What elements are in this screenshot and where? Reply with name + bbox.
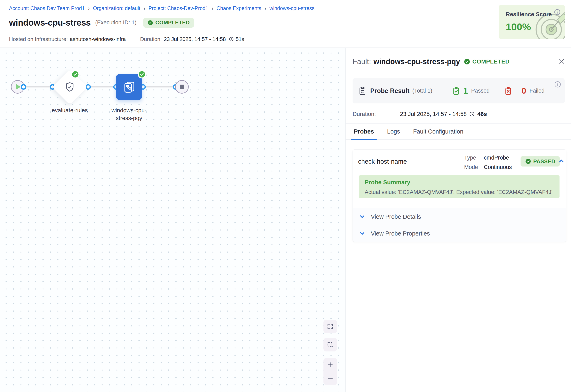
probe-meta: Type cmdProbe Mode Continuous bbox=[464, 153, 512, 172]
check-circle-icon bbox=[148, 20, 153, 26]
play-icon bbox=[16, 84, 21, 90]
clock-icon bbox=[469, 111, 475, 117]
probe-card: check-host-name Type cmdProbe Mode Conti… bbox=[353, 150, 566, 242]
view-probe-properties-toggle[interactable]: View Probe Properties bbox=[353, 225, 566, 242]
zoom-out-button[interactable] bbox=[327, 372, 334, 384]
tab-logs[interactable]: Logs bbox=[386, 124, 401, 140]
marquee-select-button[interactable] bbox=[323, 338, 337, 351]
zoom-out-icon bbox=[327, 375, 334, 382]
page-header: Account: Chaos Dev Team Prod1 › Organiza… bbox=[0, 0, 571, 48]
probe-summary-title: Probe Summary bbox=[365, 179, 554, 186]
duration-elapsed: 46s bbox=[477, 111, 487, 117]
stop-icon bbox=[180, 84, 184, 89]
probe-status-badge: PASSED bbox=[521, 156, 560, 167]
probe-type-label: Type bbox=[464, 153, 482, 162]
fault-name: windows-cpu-stress-pqy bbox=[374, 57, 460, 66]
zoom-in-button[interactable] bbox=[327, 359, 334, 371]
breadcrumb-account-link[interactable]: Account: Chaos Dev Team Prod1 bbox=[9, 5, 85, 11]
info-icon[interactable] bbox=[554, 9, 561, 15]
fault-duration-row: Duration: 23 Jul 2025, 14:57 - 14:58 46s bbox=[353, 111, 487, 117]
failed-count: 0 bbox=[522, 86, 526, 96]
experiment-status-badge: COMPLETED bbox=[143, 18, 194, 28]
breadcrumb-current-link[interactable]: windows-cpu-stress bbox=[270, 5, 315, 11]
clipboard-x-icon bbox=[504, 86, 512, 96]
pipeline-canvas[interactable]: evaluate-rules windows-cpu-stress-pqy bbox=[0, 48, 346, 392]
close-panel-button[interactable] bbox=[557, 57, 566, 65]
pipeline-connector-line bbox=[18, 86, 182, 87]
shield-check-icon bbox=[64, 81, 75, 93]
duration-value: 23 Jul 2025, 14:57 - 14:58 bbox=[164, 36, 226, 42]
chevron-down-icon bbox=[359, 213, 365, 220]
success-check-badge bbox=[138, 70, 146, 78]
fault-status-badge: COMPLETED bbox=[464, 58, 510, 65]
close-icon bbox=[557, 57, 566, 65]
probe-name: check-host-name bbox=[358, 158, 407, 165]
breadcrumb-separator-icon: › bbox=[144, 5, 145, 12]
infra-label: Hosted on Infrastructure: bbox=[9, 36, 68, 42]
breadcrumb: Account: Chaos Dev Team Prod1 › Organiza… bbox=[9, 5, 315, 11]
view-probe-properties-label: View Probe Properties bbox=[371, 230, 430, 237]
probe-status-text: PASSED bbox=[533, 158, 555, 165]
probe-type-value: cmdProbe bbox=[484, 153, 512, 162]
probe-result-title: Probe Result bbox=[370, 87, 409, 95]
breadcrumb-project-link[interactable]: Project: Chaos-Dev-Prod1 bbox=[149, 5, 208, 11]
fullscreen-icon bbox=[327, 323, 334, 330]
view-probe-details-toggle[interactable]: View Probe Details bbox=[353, 208, 566, 225]
probe-summary-text: Actual value: 'EC2AMAZ-QMVAF4J'. Expecte… bbox=[365, 189, 554, 195]
breadcrumb-chaos-experiments-link[interactable]: Chaos Experiments bbox=[217, 5, 261, 11]
clipboard-check-icon bbox=[452, 86, 460, 96]
meta-divider bbox=[133, 36, 133, 42]
fault-node-label: windows-cpu-stress-pqy bbox=[107, 107, 150, 122]
collapse-probe-button[interactable] bbox=[558, 157, 565, 165]
panel-tabs: Probes Logs Fault Configuration bbox=[346, 123, 571, 140]
fault-details-panel: Fault: windows-cpu-stress-pqy COMPLETED bbox=[346, 48, 571, 392]
clock-icon bbox=[229, 36, 234, 42]
breadcrumb-separator-icon: › bbox=[212, 5, 213, 12]
experiment-meta: Hosted on Infrastructure: ashutosh-windo… bbox=[9, 36, 244, 42]
fullscreen-button[interactable] bbox=[323, 320, 337, 333]
page-title: windows-cpu-stress bbox=[9, 18, 91, 28]
probe-result-total: (Total 1) bbox=[412, 88, 432, 94]
resilience-score-card: Resilience Score 100% bbox=[499, 5, 565, 39]
success-check-badge bbox=[71, 70, 79, 78]
probe-card-footer: View Probe Details View Probe Properties bbox=[353, 208, 566, 242]
info-icon[interactable] bbox=[554, 81, 561, 88]
execution-id: (Execution ID: 1) bbox=[95, 19, 136, 26]
duration-elapsed: 51s bbox=[236, 36, 244, 42]
experiment-status-text: COMPLETED bbox=[155, 19, 190, 26]
fault-status-text: COMPLETED bbox=[472, 58, 510, 65]
probe-mode-value: Continuous bbox=[484, 162, 512, 172]
breadcrumb-separator-icon: › bbox=[265, 5, 266, 12]
evaluate-rules-label: evaluate-rules bbox=[39, 107, 101, 114]
marquee-select-icon bbox=[327, 341, 334, 348]
duration-label: Duration: bbox=[353, 111, 400, 117]
breadcrumb-org-link[interactable]: Organization: default bbox=[93, 5, 140, 11]
probe-result-card: Probe Result (Total 1) 1 Passed bbox=[353, 78, 565, 103]
check-circle-icon bbox=[525, 158, 531, 165]
check-circle-icon bbox=[464, 58, 470, 65]
passed-label: Passed bbox=[471, 88, 490, 94]
failed-label: Failed bbox=[529, 88, 544, 94]
resilience-score-label: Resilience Score bbox=[506, 11, 552, 18]
duration-label: Duration: bbox=[140, 36, 162, 42]
chevron-up-icon bbox=[558, 157, 565, 165]
probe-summary: Probe Summary Actual value: 'EC2AMAZ-QMV… bbox=[359, 175, 559, 198]
breadcrumb-separator-icon: › bbox=[88, 5, 90, 12]
chevron-down-icon bbox=[359, 230, 365, 237]
probe-mode-label: Mode bbox=[464, 162, 482, 172]
windows-cpu-stress-fault-node[interactable] bbox=[116, 74, 142, 100]
pipeline-end-node[interactable] bbox=[175, 80, 189, 94]
infra-value: ashutosh-windows-infra bbox=[70, 36, 126, 42]
passed-count: 1 bbox=[463, 86, 468, 96]
zoom-in-icon bbox=[327, 361, 334, 368]
tab-probes[interactable]: Probes bbox=[353, 124, 375, 140]
clipboard-icon bbox=[358, 86, 366, 96]
resilience-score-value: 100% bbox=[506, 21, 531, 33]
view-probe-details-label: View Probe Details bbox=[371, 213, 421, 220]
duration-value: 23 Jul 2025, 14:57 - 14:58 bbox=[400, 111, 466, 117]
tab-fault-configuration[interactable]: Fault Configuration bbox=[412, 124, 465, 140]
probe-card-header[interactable]: check-host-name Type cmdProbe Mode Conti… bbox=[353, 150, 566, 175]
zoom-controls bbox=[323, 358, 337, 385]
fault-label: Fault: bbox=[353, 57, 371, 66]
chaos-fault-icon bbox=[122, 80, 136, 94]
